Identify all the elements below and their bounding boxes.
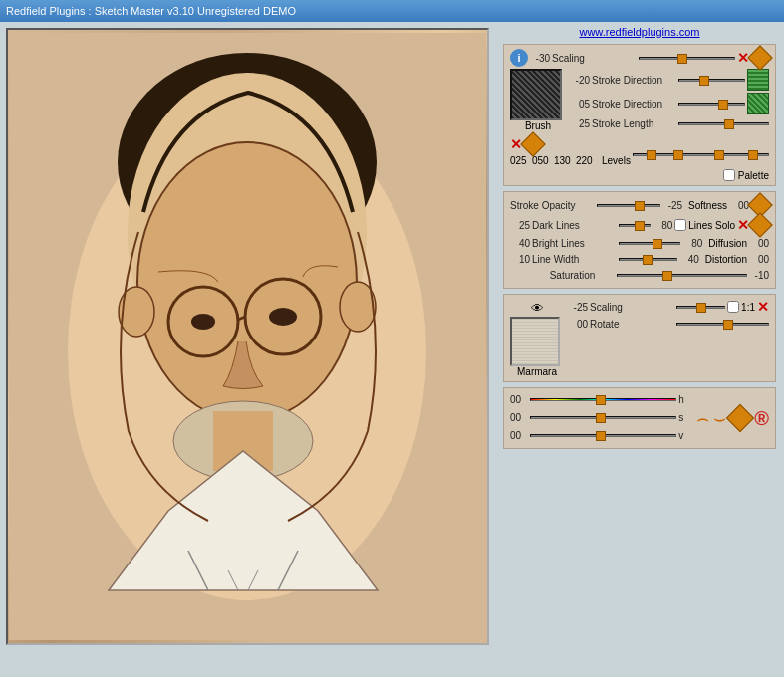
image-panel [6,28,489,645]
bright-lines-row: 40 Bright Lines 80 Diffusion 00 [510,236,769,250]
stroke-section: Stroke Opacity -25 Softness 00 25 Dark L… [503,191,776,289]
info-icon[interactable]: i [510,49,528,67]
hsv-h-val: 00 [510,394,528,405]
hsv-row-container: 00 h 00 [510,392,769,444]
levels-label: Levels [602,155,631,166]
saturation-value: -10 [749,270,769,281]
main-container: www.redfieldplugins.com i -30 Scaling ✕ [0,22,784,677]
bright-lines-left: 40 [510,238,530,249]
portrait-image [8,30,487,643]
marmara-scaling-value: -25 [568,302,588,313]
stroke-len-value: 25 [570,118,590,129]
distortion-value: 00 [749,254,769,265]
diffusion-label: Diffusion [708,238,747,249]
stroke-dir2-row: 05 Stroke Direction [570,93,769,114]
marmara-rotate-label: Rotate [590,319,674,330]
stroke-dir2-icon[interactable] [747,93,769,114]
hsv-section: 00 h 00 [503,387,776,449]
hsv-diamond-icon[interactable] [726,404,754,432]
bright-lines-slider[interactable] [619,236,680,250]
palette-checkbox[interactable] [723,169,735,181]
marmara-scaling-label: Scaling [590,302,674,313]
ratio-label: 1:1 [741,302,755,313]
brush-preview [510,69,562,120]
marmara-scaling-slider[interactable] [676,300,725,314]
marmara-rotate-value: 00 [568,319,588,330]
ratio-checkbox[interactable] [727,301,739,313]
hsv-h-row: 00 h [510,392,692,406]
arch-icons: ⌢ ⌣ ® [696,407,769,430]
stroke-dir1-slider[interactable] [678,73,745,87]
saturation-label: Saturation [530,270,615,281]
bright-lines-right: 80 [682,238,702,249]
opacity-value: -25 [662,200,682,211]
dark-lines-slider[interactable] [619,218,651,232]
marmara-scaling-row: -25 Scaling 1:1 ✕ [568,299,769,315]
stroke-dir2-value: 05 [570,99,590,110]
palette-label: Palette [738,170,769,181]
arch-left-icon[interactable]: ⌢ [696,407,709,430]
marmara-reset-btn[interactable]: ✕ [757,299,769,315]
brush-section: i -30 Scaling ✕ Brush [503,44,776,186]
levels-row: 025 050 130 220 Levels [510,153,769,167]
stroke-dir1-value: -20 [570,75,590,86]
line-width-label: Line Width [532,254,617,265]
hsv-v-row: 00 v [510,428,692,442]
levels-slider[interactable] [633,153,769,167]
texture-preview [510,317,560,366]
levels-section: ✕ [510,135,769,153]
stroke-dir1-label: Stroke Direction [592,75,676,86]
stroke-dir1-row: -20 Stroke Direction [570,69,769,91]
marmara-section: 👁 Marmara -25 Scaling [503,294,776,382]
brush-stripes [512,71,560,118]
line-width-slider[interactable] [619,252,677,266]
brush-row: Brush -20 Stroke Direction [510,69,769,132]
softness-value: 00 [729,200,749,211]
brush-sliders: -20 Stroke Direction 05 Stroke Direction [570,69,769,132]
stroke-dir1-icon[interactable] [747,69,769,91]
line-width-left: 10 [510,254,530,265]
brush-label: Brush [525,120,551,131]
hsv-s-slider[interactable] [530,410,676,424]
stroke-len-row: 25 Stroke Length [570,116,769,130]
arch-right-icon[interactable]: ⌣ [713,407,726,430]
marmara-rotate-slider[interactable] [676,317,769,331]
scaling-diamond-btn[interactable] [747,45,772,70]
distortion-label: Distortion [705,254,747,265]
line-width-right: 40 [679,254,699,265]
scaling-value: -30 [530,53,550,64]
website-link[interactable]: www.redfieldplugins.com [503,26,776,38]
diffusion-value: 00 [749,238,769,249]
hsv-v-slider[interactable] [530,428,676,442]
palette-row: Palette [510,169,769,181]
dark-lines-diamond[interactable] [747,212,772,237]
opacity-slider[interactable] [597,198,660,212]
hsv-s-val: 00 [510,412,528,423]
svg-point-8 [191,314,215,330]
texture-preview-inner [512,319,558,364]
stroke-dir2-slider[interactable] [678,97,745,111]
bright-lines-label: Bright Lines [532,238,617,249]
lines-solo-checkbox[interactable] [674,219,686,231]
hsv-h-slider[interactable] [530,392,676,406]
hsv-sliders: 00 h 00 [510,392,692,444]
hsv-h-label: h [678,394,692,405]
dark-lines-left: 25 [510,220,530,231]
marmara-label: Marmara [517,366,557,377]
softness-label: Softness [688,200,727,211]
svg-point-9 [269,308,297,326]
marmara-rotate-row: 00 Rotate [568,317,769,331]
dark-lines-label: Dark Lines [532,220,617,231]
levels-v2: 050 [532,155,552,166]
stroke-len-slider[interactable] [678,116,769,130]
saturation-slider[interactable] [617,268,747,282]
scaling-slider[interactable] [639,51,735,65]
title-bar: Redfield Plugins : Sketch Master v3.10 U… [0,0,784,22]
hsv-v-val: 00 [510,430,528,441]
eye-icon[interactable]: 👁 [528,299,546,317]
title-text: Redfield Plugins : Sketch Master v3.10 U… [6,5,296,17]
hsv-reset-icon[interactable]: ® [754,407,769,430]
hsv-v-label: v [678,430,692,441]
marmara-sliders: -25 Scaling 1:1 ✕ 00 Rotate [568,299,769,377]
dark-lines-right: 80 [653,220,672,231]
